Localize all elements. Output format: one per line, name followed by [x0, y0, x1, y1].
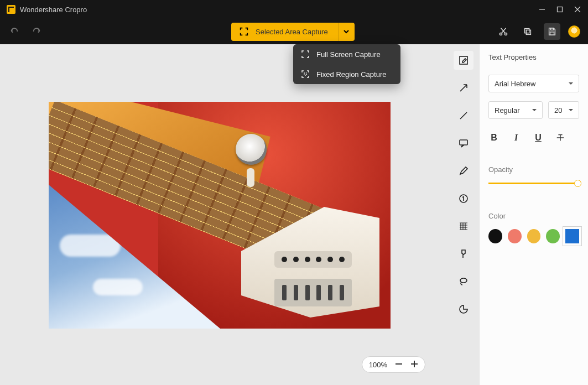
opacity-slider[interactable]	[488, 183, 579, 184]
zoom-control: 100%	[362, 356, 425, 373]
zoom-value: 100%	[369, 361, 387, 369]
titlebar: Wondershare Cropro	[0, 0, 588, 19]
user-avatar[interactable]	[568, 25, 580, 38]
properties-panel: Text Properties Arial Hebrew Regular 20 …	[479, 44, 588, 385]
lasso-tool[interactable]	[454, 272, 473, 291]
color-swatch[interactable]	[546, 229, 560, 243]
color-swatch[interactable]	[527, 229, 541, 243]
tool-strip	[447, 44, 479, 385]
color-swatches	[488, 229, 579, 243]
capture-mode-label: Selected Area Capture	[256, 28, 328, 36]
capture-mode-caret[interactable]	[338, 23, 355, 41]
capture-dropdown: Full Screen Capture Fixed Region Capture	[293, 44, 400, 84]
opacity-label: Opacity	[488, 165, 579, 174]
redo-button[interactable]	[32, 26, 42, 38]
svg-rect-7	[526, 30, 530, 34]
app-logo-icon	[7, 5, 15, 14]
close-button[interactable]	[574, 6, 581, 13]
svg-point-5	[504, 33, 507, 35]
canvas-image[interactable]	[49, 102, 391, 329]
annotate-tool[interactable]	[454, 51, 473, 70]
font-family-select[interactable]: Arial Hebrew	[488, 75, 579, 92]
canvas-area[interactable]: 100%	[0, 44, 447, 385]
svg-rect-6	[525, 29, 529, 33]
dropdown-item-label: Full Screen Capture	[316, 50, 381, 59]
svg-line-14	[460, 112, 467, 119]
svg-rect-15	[460, 140, 467, 145]
zoom-in-button[interactable]	[410, 360, 418, 370]
italic-button[interactable]: I	[511, 132, 522, 143]
top-toolbar: Selected Area Capture	[0, 19, 588, 44]
minimize-button[interactable]	[538, 6, 546, 13]
window-title: Wondershare Cropro	[20, 6, 87, 14]
fullscreen-icon	[301, 50, 310, 59]
sticker-tool[interactable]	[454, 300, 473, 319]
zoom-out-button[interactable]	[395, 360, 403, 370]
color-label: Color	[488, 212, 579, 220]
highlighter-tool[interactable]	[454, 244, 473, 263]
color-swatch[interactable]	[508, 229, 522, 243]
arrow-tool[interactable]	[454, 79, 473, 97]
dropdown-item-label: Fixed Region Capture	[316, 70, 386, 79]
color-swatch[interactable]	[565, 229, 579, 243]
step-tool[interactable]	[454, 189, 473, 208]
capture-mode-main[interactable]: Selected Area Capture	[231, 23, 338, 41]
color-swatch[interactable]	[488, 229, 502, 243]
capture-frame-icon	[239, 27, 249, 37]
maximize-button[interactable]	[556, 6, 564, 13]
svg-rect-21	[304, 73, 306, 75]
copy-button[interactable]	[519, 23, 536, 40]
line-tool[interactable]	[454, 106, 473, 125]
capture-button[interactable]: Selected Area Capture	[231, 23, 355, 41]
fixed-region-icon	[301, 70, 310, 79]
strike-button[interactable]	[555, 132, 566, 143]
save-button[interactable]	[544, 23, 560, 40]
svg-rect-1	[558, 7, 563, 12]
pencil-tool[interactable]	[454, 162, 473, 180]
font-size-select[interactable]: 20	[548, 101, 579, 119]
underline-button[interactable]: U	[533, 132, 544, 143]
undo-button[interactable]	[9, 26, 19, 38]
svg-point-4	[499, 33, 502, 35]
callout-tool[interactable]	[454, 134, 473, 153]
dropdown-item-fullscreen[interactable]: Full Screen Capture	[293, 44, 400, 64]
panel-title: Text Properties	[488, 53, 579, 61]
blur-tool[interactable]	[454, 217, 473, 236]
font-weight-select[interactable]: Regular	[488, 101, 543, 119]
bold-button[interactable]: B	[488, 132, 499, 143]
cut-button[interactable]	[495, 23, 512, 40]
dropdown-item-fixed[interactable]: Fixed Region Capture	[293, 64, 400, 84]
svg-rect-8	[550, 28, 553, 30]
svg-rect-9	[550, 32, 554, 35]
chevron-down-icon	[343, 28, 350, 35]
